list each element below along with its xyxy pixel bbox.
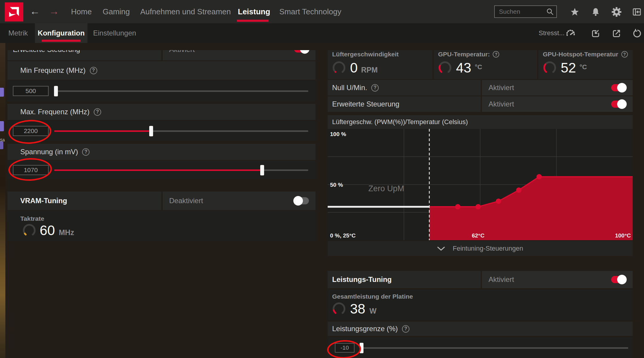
fan-speed-label: Lüftergeschwindigkeit [332, 51, 399, 58]
power-limit-slider-row [328, 337, 633, 358]
hotspot-temp-label: GPU-Hotspot-Temperatur ? [543, 51, 628, 58]
advanced-control-toggle[interactable] [294, 50, 309, 53]
zero-rpm-toggle[interactable] [611, 84, 626, 91]
svg-text:Zero UpM: Zero UpM [368, 184, 404, 193]
voltage-slider[interactable] [54, 169, 308, 171]
stress-test-gauge-icon[interactable] [565, 28, 576, 39]
min-frequency-slider-row [7, 81, 315, 101]
fine-tuning-expander[interactable]: Feintuning-Steuerungen [328, 241, 633, 256]
active-nav-underline [237, 20, 269, 22]
slider-thumb[interactable] [360, 343, 363, 353]
vram-tuning-status-cell: Deaktiviert [163, 192, 315, 210]
advanced-control-row-clipped: Erweiterte Steuerung Aktiviert [7, 50, 315, 60]
nav-smart-technology[interactable]: Smart Technology [279, 0, 341, 23]
status-label: Aktiviert [489, 275, 514, 284]
vram-clock-section: Taktrate 60 MHz [7, 211, 315, 241]
status-label: Aktiviert [489, 100, 514, 108]
tab-einstellungen[interactable]: Einstellungen [93, 23, 136, 43]
help-icon[interactable]: ? [94, 108, 101, 116]
desktop-wallpaper-strip: Sä [0, 43, 5, 358]
slider-thumb[interactable] [54, 86, 58, 96]
gpu-temp-label: GPU-Temperatur: ? [438, 51, 499, 58]
nav-record-stream[interactable]: Aufnehmen und Streamen [140, 0, 231, 23]
hotspot-gauge-icon [543, 61, 557, 75]
help-icon[interactable]: ? [621, 51, 628, 58]
slider-thumb[interactable] [260, 165, 264, 175]
favorites-star-icon[interactable] [569, 7, 580, 17]
svg-text:50 %: 50 % [330, 182, 343, 188]
help-icon[interactable]: ? [371, 84, 379, 92]
nav-home[interactable]: Home [71, 0, 92, 23]
zero-rpm-label-cell: Null U/Min. ? [328, 80, 481, 95]
load-profile-icon[interactable] [590, 28, 601, 39]
amd-logo[interactable] [5, 2, 23, 21]
hotspot-temp-card: GPU-Hotspot-Temperatur ? 52 °C [538, 50, 633, 79]
voltage-label-text: Spannung (in mV) [20, 148, 78, 156]
advanced-fan-status-cell: Aktiviert [482, 96, 633, 112]
power-limit-slider[interactable] [360, 347, 628, 349]
min-frequency-slider[interactable] [54, 90, 308, 92]
voltage-header-row: Spannung (in mV) ? [7, 144, 315, 160]
notifications-bell-icon[interactable] [590, 7, 601, 17]
tab-konfiguration-label: Konfiguration [38, 29, 84, 37]
active-tab-underline [42, 40, 81, 42]
hotspot-temp-value: 52 [561, 61, 576, 75]
reset-icon[interactable] [631, 28, 642, 39]
voltage-input[interactable] [13, 165, 49, 175]
power-tuning-toggle[interactable] [611, 276, 626, 283]
help-icon[interactable]: ? [402, 325, 409, 333]
board-power-section: Gesamtleistung der Platine 38 W [328, 289, 633, 320]
min-frequency-header-row: Min Frequenz (MHz) ? [7, 61, 315, 80]
advanced-fan-label-cell: Erweiterte Steuerung [328, 96, 481, 112]
tab-metrik[interactable]: Metrik [8, 23, 28, 43]
forward-arrow-icon[interactable]: → [49, 0, 59, 22]
min-frequency-input[interactable] [13, 86, 49, 96]
advanced-fan-toggle[interactable] [611, 101, 626, 108]
gpu-temp-card: GPU-Temperatur: ? 43 °C [434, 50, 537, 79]
nav-gaming[interactable]: Gaming [103, 0, 130, 23]
top-navigation-bar: ← → Home Gaming Aufnehmen und Streamen L… [0, 0, 644, 23]
stress-test-label[interactable]: Stresst... [539, 23, 565, 43]
search-icon [546, 8, 554, 16]
fan-chart-title-bar: Lüftergeschw. (PWM(%))/Temperatur (Celsi… [328, 115, 633, 129]
desktop-icon-label: Sä [0, 138, 5, 142]
board-power-gauge-icon [332, 302, 346, 316]
gpu-temp-label-text: GPU-Temperatur: [438, 51, 490, 58]
help-icon[interactable]: ? [82, 148, 90, 156]
min-frequency-label: Min Frequenz (MHz) ? [20, 66, 97, 75]
slider-thumb[interactable] [149, 126, 153, 136]
vram-tuning-toggle[interactable] [294, 197, 309, 204]
min-frequency-label-text: Min Frequenz (MHz) [20, 66, 86, 75]
help-icon[interactable]: ? [493, 51, 499, 58]
status-label: Aktiviert [489, 84, 514, 92]
fan-curve-plot[interactable]: 100 %50 %0 %, 25°C62°C100°CZero UpM [328, 129, 633, 240]
search-input[interactable] [495, 8, 546, 15]
desktop-icon-fragment [0, 121, 4, 131]
back-arrow-icon[interactable]: ← [30, 0, 40, 22]
power-limit-input[interactable] [335, 343, 355, 353]
gpu-temp-value: 43 [456, 61, 471, 75]
chevron-down-icon [437, 246, 445, 251]
max-frequency-slider[interactable] [54, 130, 308, 132]
fan-speed-unit: RPM [361, 66, 378, 74]
advanced-fan-label: Erweiterte Steuerung [332, 100, 399, 108]
clock-value: 60 [40, 223, 55, 237]
fan-speed-card: Lüftergeschwindigkeit 0 RPM [328, 50, 432, 79]
fan-curve-chart[interactable]: 100 %50 %0 %, 25°C62°C100°CZero UpM [328, 129, 633, 240]
svg-text:62°C: 62°C [472, 232, 485, 239]
clock-gauge-icon [22, 223, 36, 237]
power-tuning-title: Leistungs-Tuning [332, 275, 392, 284]
power-limit-label-text: Leistungsgrenze (%) [332, 325, 398, 333]
max-frequency-label: Max. Frequenz (MHz) ? [20, 108, 101, 116]
settings-gear-icon[interactable] [611, 7, 622, 17]
vram-status-label: Deaktiviert [169, 197, 203, 205]
share-profile-icon[interactable] [611, 28, 622, 39]
collapse-panel-icon[interactable] [631, 7, 642, 17]
board-power-value: 38 [350, 302, 365, 316]
voltage-label: Spannung (in mV) ? [20, 148, 90, 156]
max-frequency-input[interactable] [13, 126, 49, 136]
search-box[interactable] [494, 5, 557, 18]
svg-text:0 %, 25°C: 0 %, 25°C [330, 232, 356, 239]
zero-rpm-status-cell: Aktiviert [482, 80, 633, 95]
help-icon[interactable]: ? [90, 67, 97, 74]
